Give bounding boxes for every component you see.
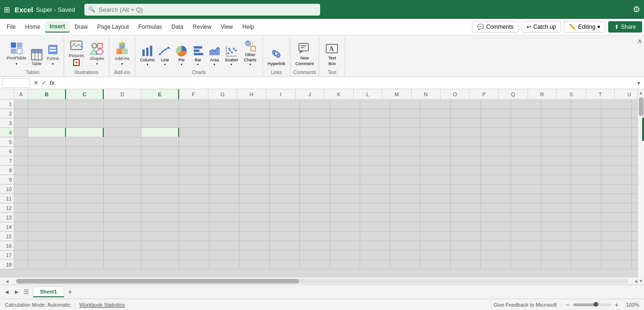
add-ins-button[interactable]: Add-ins ▾ [112,40,132,68]
cell-8-n[interactable] [421,166,451,175]
pie-chart-button[interactable]: Pie ▾ [173,43,190,68]
cell-14-o[interactable] [451,222,481,231]
area-chart-button[interactable]: Area ▾ [206,43,223,68]
cell-18-l[interactable] [360,260,390,269]
row-num-15[interactable]: 15 [0,232,14,241]
cell-3-q[interactable] [511,118,541,127]
menu-item-home[interactable]: Home [20,22,45,32]
cell-14-i[interactable] [270,222,300,231]
cell-17-t[interactable] [602,251,632,260]
cell-8-o[interactable] [451,166,481,175]
cell-1-m[interactable] [390,100,421,109]
cell-12-s[interactable] [571,203,602,212]
editing-button[interactable]: ✏️ Editing ▾ [564,21,605,33]
cell-11-r[interactable] [541,194,571,203]
cell-6-p[interactable] [481,147,511,156]
cell-6-d[interactable] [104,147,141,156]
row-num-16[interactable]: 16 [0,241,14,250]
cell-10-h[interactable] [239,184,270,193]
row-num-11[interactable]: 11 [0,194,14,203]
cell-2-b[interactable] [28,109,66,118]
cell-3-t[interactable] [602,118,632,127]
cell-5-l[interactable] [360,137,390,146]
cell-3-n[interactable] [421,118,451,127]
cell-13-m[interactable] [390,213,421,222]
cell-7-d[interactable] [104,156,141,165]
formula-check-icon[interactable]: ✓ [40,79,48,86]
cell-5-f[interactable] [179,137,209,146]
cell-7-n[interactable] [421,156,451,165]
cell-4-c[interactable] [66,128,104,137]
cell-13-e[interactable] [141,213,179,222]
cell-9-g[interactable] [209,175,239,184]
cell-5-e[interactable] [141,137,179,146]
cell-5-n[interactable] [421,137,451,146]
forms-button[interactable]: Forms ▾ [45,42,61,68]
cell-18-f[interactable] [179,260,209,269]
pictures-button[interactable]: Pictures ▾ [67,37,86,68]
col-header-n[interactable]: N [412,89,441,99]
cell-11-f[interactable] [179,194,209,203]
col-header-a[interactable]: A [14,89,28,99]
cell-2-t[interactable] [602,109,632,118]
col-header-m[interactable]: M [382,89,412,99]
cell-15-a[interactable] [14,232,28,241]
menu-item-insert[interactable]: Insert [45,21,70,33]
cell-15-q[interactable] [511,232,541,241]
cell-12-h[interactable] [239,203,270,212]
cell-15-p[interactable] [481,232,511,241]
cell-14-t[interactable] [602,222,632,231]
col-header-b[interactable]: B [28,89,66,99]
cell-18-b[interactable] [28,260,66,269]
cell-17-a[interactable] [14,251,28,260]
row-num-9[interactable]: 9 [0,175,14,184]
cell-10-l[interactable] [360,184,390,193]
cell-14-a[interactable] [14,222,28,231]
col-header-q[interactable]: Q [499,89,528,99]
cell-2-r[interactable] [541,109,571,118]
cell-5-k[interactable] [330,137,360,146]
cell-8-g[interactable] [209,166,239,175]
cell-2-j[interactable] [300,109,330,118]
menu-item-data[interactable]: Data [166,22,188,32]
zoom-in-button[interactable]: + [615,301,619,309]
cell-18-r[interactable] [541,260,571,269]
cell-18-i[interactable] [270,260,300,269]
col-header-j[interactable]: J [296,89,325,99]
cell-11-d[interactable] [104,194,141,203]
cell-13-t[interactable] [602,213,632,222]
cell-4-s[interactable] [571,128,602,137]
cell-3-s[interactable] [571,118,602,127]
cell-12-f[interactable] [179,203,209,212]
cell-17-q[interactable] [511,251,541,260]
cell-13-f[interactable] [179,213,209,222]
cell-4-d[interactable] [104,128,141,137]
line-chart-button[interactable]: Line ▾ [157,43,173,68]
cell-13-i[interactable] [270,213,300,222]
add-sheet-button[interactable]: + [64,287,76,297]
cell-14-c[interactable] [66,222,104,231]
cell-12-m[interactable] [390,203,421,212]
cell-16-j[interactable] [300,241,330,250]
cell-4-n[interactable] [421,128,451,137]
cell-6-h[interactable] [239,147,270,156]
cell-16-f[interactable] [179,241,209,250]
cell-4-r[interactable] [541,128,571,137]
cell-3-k[interactable] [330,118,360,127]
row-num-14[interactable]: 14 [0,222,14,231]
cell-16-q[interactable] [511,241,541,250]
cell-16-e[interactable] [141,241,179,250]
col-header-s[interactable]: S [557,89,586,99]
cell-4-o[interactable] [451,128,481,137]
cell-13-j[interactable] [300,213,330,222]
cell-5-m[interactable] [390,137,421,146]
cell-5-t[interactable] [602,137,632,146]
cell-16-h[interactable] [239,241,270,250]
formula-expand-icon[interactable]: ▾ [636,80,642,86]
row-num-18[interactable]: 18 [0,260,14,269]
search-input[interactable] [84,4,320,16]
horizontal-scrollbar[interactable]: ◄ ► [0,277,644,285]
cell-5-c[interactable] [66,137,104,146]
cell-16-d[interactable] [104,241,141,250]
cell-3-a[interactable] [14,118,28,127]
